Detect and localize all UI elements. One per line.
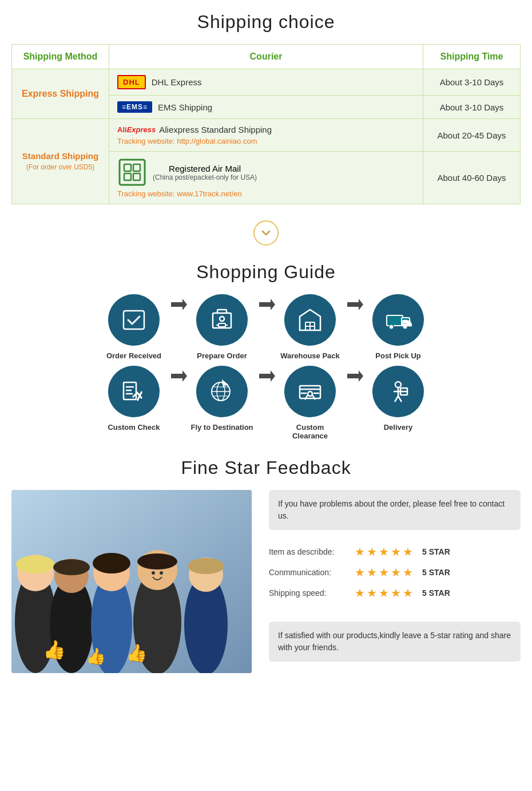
feedback-bubble-bottom: If satisfied with our products,kindly le… [269, 622, 521, 662]
rating-row-ship: Shipping speed: ★ ★ ★ ★ ★ 5 STAR [269, 586, 521, 600]
step-icon-fly [196, 366, 248, 417]
time-airmail: About 40-60 Days [423, 152, 521, 204]
star2: ★ [367, 586, 377, 600]
feedback-bubble-top: If you have problems about the order, pl… [269, 490, 521, 530]
star2: ★ [367, 565, 377, 579]
stars-item: ★ ★ ★ ★ ★ [355, 545, 413, 559]
step-warehouse: Warehouse Pack [279, 294, 342, 360]
arrow5 [253, 366, 279, 409]
time-ali: About 20-45 Days [423, 119, 521, 152]
svg-rect-9 [219, 323, 225, 327]
star-count-comm: 5 STAR [422, 568, 450, 577]
guide-steps-row2: Custom Check [11, 366, 521, 440]
svg-rect-3 [124, 173, 131, 180]
star4: ★ [391, 565, 401, 579]
step-label-delivery: Delivery [384, 423, 413, 432]
step-label-fly: Fly to Destination [190, 423, 253, 432]
dhl-logo: DHL [117, 75, 146, 89]
shipping-table: Shipping Method Courier Shipping Time Ex… [11, 44, 521, 204]
svg-point-68 [188, 558, 224, 574]
arrow1 [165, 294, 190, 338]
star3: ★ [379, 586, 389, 600]
svg-point-56 [16, 555, 55, 574]
stars-comm: ★ ★ ★ ★ ★ [355, 565, 413, 579]
step-order-received: Order Received [102, 294, 165, 360]
rating-row-comm: Conmmunication: ★ ★ ★ ★ ★ 5 STAR [269, 565, 521, 579]
step-label-order: Order Received [106, 351, 161, 360]
guide-section: Shopping Guide Order Received [0, 256, 532, 446]
svg-marker-12 [259, 299, 275, 310]
table-row: Standard Shipping (For order over USD5) … [12, 119, 521, 152]
courier-airmail: Registered Air Mail (China post/epacket-… [109, 152, 423, 204]
star3: ★ [379, 545, 389, 559]
svg-point-72 [152, 571, 155, 575]
svg-rect-18 [387, 315, 403, 326]
rating-label-item: Item as describde: [269, 547, 349, 556]
star3: ★ [379, 565, 389, 579]
step-fly: Fly to Destination [190, 366, 253, 432]
step-label-post: Post Pick Up [375, 351, 420, 360]
star-count-item: 5 STAR [422, 547, 450, 556]
svg-text:👍: 👍 [43, 639, 66, 661]
svg-point-40 [308, 391, 312, 396]
svg-text:👍: 👍 [126, 643, 148, 663]
svg-point-8 [220, 317, 224, 321]
step-post-pickup: China Post Mail Post Pick Up [367, 294, 430, 360]
ems-name: EMS Shipping [158, 102, 212, 112]
star4: ★ [391, 586, 401, 600]
col-method: Shipping Method [12, 45, 109, 69]
rating-label-comm: Conmmunication: [269, 568, 349, 577]
standard-label: Standard Shipping [22, 151, 98, 161]
chevron-down-icon [253, 220, 279, 246]
svg-rect-2 [133, 164, 140, 171]
feedback-section: Fine Star Feedback [0, 446, 532, 685]
step-delivery: Delivery [367, 366, 430, 432]
courier-aliexpress: AliExpress Aliexpress Standard Shipping … [109, 119, 423, 152]
feedback-photo: 👍 👍 👍 [11, 490, 252, 673]
step-label-custom-check: Custom Check [108, 423, 160, 432]
ems-logo: ≡EMS≡ [117, 101, 152, 113]
svg-rect-0 [120, 160, 145, 185]
svg-point-20 [389, 325, 394, 329]
feedback-right-panel: If you have problems about the order, pl… [269, 490, 521, 662]
svg-marker-17 [347, 299, 363, 310]
step-icon-prepare [196, 294, 248, 346]
svg-marker-29 [171, 370, 187, 382]
star1: ★ [355, 586, 365, 600]
step-icon-warehouse [284, 294, 336, 346]
svg-text:👍: 👍 [86, 647, 106, 666]
arrow4 [165, 366, 190, 409]
arrow3 [342, 294, 367, 338]
stars-ship: ★ ★ ★ ★ ★ [355, 586, 413, 600]
star1: ★ [355, 545, 365, 559]
svg-point-46 [395, 382, 401, 387]
step-label-warehouse: Warehouse Pack [280, 351, 340, 360]
ali-tracking: Tracking website: http://global.cainiao.… [117, 137, 415, 145]
step-label-prepare: Prepare Order [197, 351, 247, 360]
courier-dhl: DHL DHL Express [109, 69, 423, 96]
guide-title: Shopping Guide [11, 262, 521, 283]
svg-marker-6 [171, 299, 187, 310]
time-ems: About 3-10 Days [423, 96, 521, 119]
step-icon-post: China Post Mail [372, 294, 424, 346]
shipping-title: Shipping choice [11, 11, 521, 33]
svg-line-49 [395, 396, 398, 402]
step-custom-check: Custom Check [102, 366, 165, 432]
svg-marker-37 [259, 370, 275, 382]
svg-rect-4 [133, 173, 140, 180]
ali-name: Aliexpress Standard Shipping [159, 125, 272, 135]
step-prepare-order: Prepare Order [190, 294, 253, 360]
step-icon-clearance [284, 366, 336, 417]
step-label-clearance: Custom Clearance [279, 423, 342, 440]
arrow6 [342, 366, 367, 409]
guide-steps-row1: Order Received Prepare Order [11, 294, 521, 360]
arrow-divider [0, 210, 532, 256]
rating-label-ship: Shipping speed: [269, 588, 349, 598]
feedback-title: Fine Star Feedback [11, 457, 521, 478]
star1: ★ [355, 565, 365, 579]
svg-point-62 [93, 553, 130, 574]
courier-ems: ≡EMS≡ EMS Shipping [109, 96, 423, 119]
svg-rect-1 [124, 164, 131, 171]
ratings-box: Item as describde: ★ ★ ★ ★ ★ 5 STAR Conm… [269, 539, 521, 612]
method-standard: Standard Shipping (For order over USD5) [12, 119, 109, 204]
